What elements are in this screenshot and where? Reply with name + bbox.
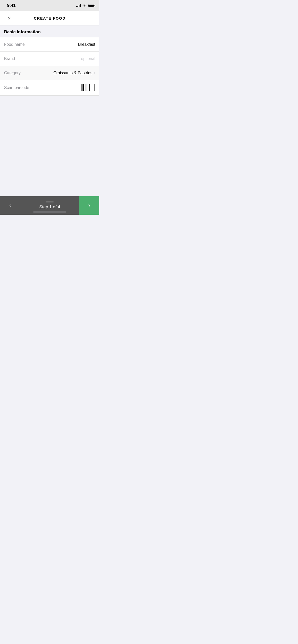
status-icons bbox=[76, 4, 94, 7]
page-title: CREATE FOOD bbox=[34, 16, 66, 20]
brand-value: optional bbox=[81, 56, 95, 61]
food-name-row[interactable]: Food name Breakfast bbox=[0, 37, 99, 52]
back-arrow-icon: ‹ bbox=[9, 202, 11, 209]
category-value-group: Croissants & Pastries › bbox=[53, 71, 95, 75]
wifi-icon bbox=[82, 4, 86, 7]
close-button[interactable]: × bbox=[4, 13, 14, 23]
back-button[interactable]: ‹ bbox=[0, 196, 20, 215]
food-name-value: Breakfast bbox=[78, 42, 95, 47]
status-time: 9:41 bbox=[7, 3, 16, 8]
category-value: Croissants & Pastries bbox=[53, 71, 92, 75]
barcode-icon bbox=[82, 84, 95, 91]
section-header: Basic Information bbox=[0, 25, 99, 37]
close-icon: × bbox=[8, 16, 11, 21]
scan-barcode-row[interactable]: Scan barcode bbox=[0, 80, 99, 95]
section-title: Basic Information bbox=[4, 30, 41, 34]
food-name-label: Food name bbox=[4, 42, 25, 47]
brand-row[interactable]: Brand optional bbox=[0, 52, 99, 66]
brand-label: Brand bbox=[4, 56, 15, 61]
status-bar: 9:41 bbox=[0, 0, 99, 11]
next-arrow-icon: › bbox=[88, 202, 90, 209]
form-container: Food name Breakfast Brand optional Categ… bbox=[0, 37, 99, 96]
empty-content-area bbox=[0, 96, 99, 198]
chevron-right-icon: › bbox=[94, 71, 95, 75]
step-text: Step 1 of 4 bbox=[39, 204, 60, 210]
scan-barcode-label: Scan barcode bbox=[4, 85, 29, 90]
step-progress-indicator bbox=[46, 201, 54, 202]
nav-header: × CREATE FOOD bbox=[0, 11, 99, 25]
category-row[interactable]: Category Croissants & Pastries › bbox=[0, 66, 99, 80]
battery-icon bbox=[88, 4, 94, 7]
signal-icon bbox=[76, 4, 81, 7]
category-label: Category bbox=[4, 71, 21, 75]
next-button[interactable]: › bbox=[79, 196, 99, 215]
home-indicator bbox=[33, 211, 66, 213]
